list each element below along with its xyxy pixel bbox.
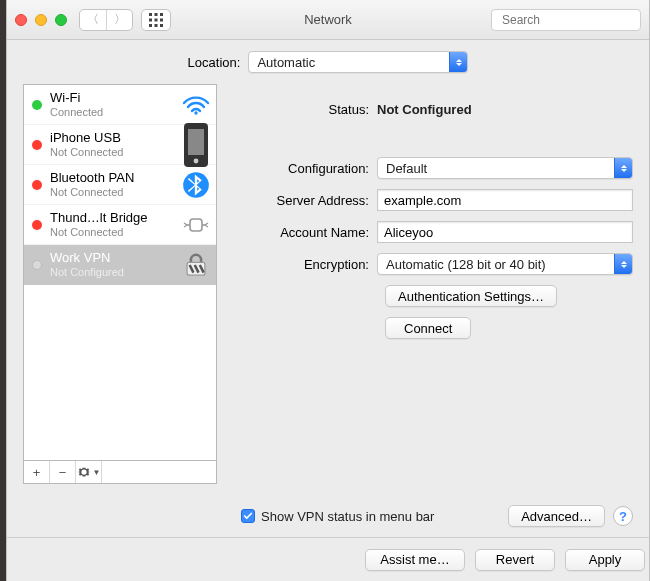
network-window: 〈 〉 Network Location: Automatic — [6, 0, 650, 581]
configuration-label: Configuration: — [241, 161, 377, 176]
show-all-button[interactable] — [141, 9, 171, 31]
configuration-value: Default — [386, 161, 427, 176]
sidebar-item-wifi[interactable]: Wi-Fi Connected — [24, 85, 216, 125]
account-name-label: Account Name: — [241, 225, 377, 240]
interface-name: Work VPN — [50, 251, 174, 266]
status-dot-icon — [32, 140, 42, 150]
advanced-button[interactable]: Advanced… — [508, 505, 605, 527]
status-dot-icon — [32, 220, 42, 230]
close-icon[interactable] — [15, 14, 27, 26]
checkbox-icon — [241, 509, 255, 523]
status-dot-icon — [32, 100, 42, 110]
minus-icon: − — [59, 465, 67, 480]
phone-icon — [182, 133, 210, 157]
interface-status: Not Configured — [50, 266, 174, 279]
show-vpn-status-label: Show VPN status in menu bar — [261, 509, 434, 524]
gear-icon — [77, 465, 91, 479]
list-item-text: Work VPN Not Configured — [50, 251, 174, 279]
plus-icon: + — [33, 465, 41, 480]
interface-name: iPhone USB — [50, 131, 174, 146]
status-dot-icon — [32, 260, 42, 270]
interface-actions-menu[interactable]: ▼ — [76, 461, 102, 483]
sidebar-item-work-vpn[interactable]: Work VPN Not Configured — [24, 245, 216, 285]
back-button[interactable]: 〈 — [80, 10, 106, 30]
apply-button[interactable]: Apply — [565, 549, 645, 571]
authentication-settings-button[interactable]: Authentication Settings… — [385, 285, 557, 307]
interface-name: Bluetooth PAN — [50, 171, 174, 186]
interface-status: Not Connected — [50, 226, 174, 239]
location-select[interactable]: Automatic — [248, 51, 468, 73]
status-dot-icon — [32, 180, 42, 190]
body: Wi-Fi Connected iPhone USB Not Connected — [7, 84, 649, 537]
location-value: Automatic — [257, 55, 315, 70]
titlebar: 〈 〉 Network — [7, 0, 649, 40]
svg-rect-4 — [155, 18, 158, 21]
add-interface-button[interactable]: + — [24, 461, 50, 483]
encryption-value: Automatic (128 bit or 40 bit) — [386, 257, 546, 272]
stepper-icon — [614, 254, 632, 274]
nav-segment: 〈 〉 — [79, 9, 133, 31]
sidebar-footer: + − ▼ — [23, 460, 217, 484]
svg-rect-6 — [149, 24, 152, 27]
svg-rect-11 — [188, 129, 204, 155]
detail-bottom-row: Show VPN status in menu bar Advanced… ? — [241, 499, 633, 537]
svg-rect-1 — [155, 13, 158, 16]
sidebar-item-thunderbolt-bridge[interactable]: Thund…lt Bridge Not Connected — [24, 205, 216, 245]
encryption-select[interactable]: Automatic (128 bit or 40 bit) — [377, 253, 633, 275]
list-item-text: Wi-Fi Connected — [50, 91, 174, 119]
svg-rect-8 — [160, 24, 163, 27]
interface-status: Connected — [50, 106, 174, 119]
chevron-down-icon: ▼ — [93, 468, 101, 477]
server-address-row: Server Address: — [241, 189, 633, 211]
remove-interface-button[interactable]: − — [50, 461, 76, 483]
search-field[interactable] — [491, 9, 641, 31]
server-address-label: Server Address: — [241, 193, 377, 208]
stepper-icon — [449, 52, 467, 72]
grid-icon — [149, 13, 163, 27]
revert-button[interactable]: Revert — [475, 549, 555, 571]
status-label: Status: — [241, 102, 377, 117]
account-name-row: Account Name: — [241, 221, 633, 243]
window-footer: Assist me… Revert Apply — [7, 537, 649, 581]
forward-button[interactable]: 〉 — [106, 10, 132, 30]
status-row: Status: Not Configured — [241, 102, 633, 117]
svg-rect-2 — [160, 13, 163, 16]
account-name-input[interactable] — [377, 221, 633, 243]
interface-name: Wi-Fi — [50, 91, 174, 106]
encryption-label: Encryption: — [241, 257, 377, 272]
svg-point-9 — [194, 111, 197, 114]
minimize-icon[interactable] — [35, 14, 47, 26]
interface-list[interactable]: Wi-Fi Connected iPhone USB Not Connected — [23, 84, 217, 460]
list-item-text: Thund…lt Bridge Not Connected — [50, 211, 174, 239]
list-item-text: Bluetooth PAN Not Connected — [50, 171, 174, 199]
window-controls — [15, 14, 67, 26]
svg-rect-3 — [149, 18, 152, 21]
sidebar-item-iphone-usb[interactable]: iPhone USB Not Connected — [24, 125, 216, 165]
svg-rect-7 — [155, 24, 158, 27]
sidebar: Wi-Fi Connected iPhone USB Not Connected — [23, 84, 217, 537]
search-input[interactable] — [502, 13, 650, 27]
bluetooth-icon — [182, 173, 210, 197]
assist-me-button[interactable]: Assist me… — [365, 549, 465, 571]
server-address-input[interactable] — [377, 189, 633, 211]
lock-icon — [182, 253, 210, 277]
zoom-icon[interactable] — [55, 14, 67, 26]
detail-pane: Status: Not Configured Configuration: De… — [217, 84, 633, 537]
connect-button[interactable]: Connect — [385, 317, 471, 339]
location-row: Location: Automatic — [7, 40, 649, 84]
show-vpn-status-checkbox[interactable]: Show VPN status in menu bar — [241, 509, 434, 524]
thunderbolt-icon — [182, 213, 210, 237]
interface-status: Not Connected — [50, 146, 174, 159]
configuration-select[interactable]: Default — [377, 157, 633, 179]
encryption-row: Encryption: Automatic (128 bit or 40 bit… — [241, 253, 633, 275]
interface-status: Not Connected — [50, 186, 174, 199]
status-value: Not Configured — [377, 102, 472, 117]
svg-rect-14 — [190, 219, 202, 231]
sidebar-item-bluetooth-pan[interactable]: Bluetooth PAN Not Connected — [24, 165, 216, 205]
wifi-icon — [182, 93, 210, 117]
stepper-icon — [614, 158, 632, 178]
chevron-left-icon: 〈 — [87, 11, 99, 28]
svg-rect-5 — [160, 18, 163, 21]
location-label: Location: — [188, 55, 241, 70]
help-button[interactable]: ? — [613, 506, 633, 526]
